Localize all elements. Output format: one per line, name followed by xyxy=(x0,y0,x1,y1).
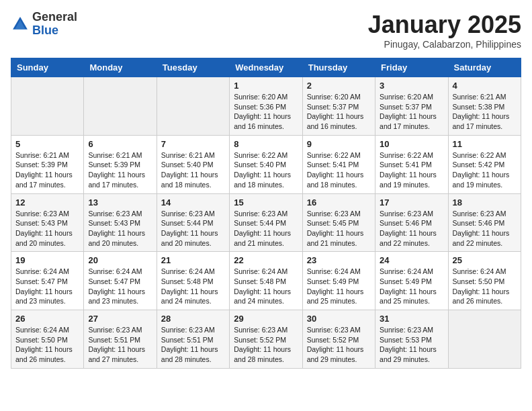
calendar-cell: 1Sunrise: 6:20 AM Sunset: 5:36 PM Daylig… xyxy=(230,77,302,136)
day-number: 25 xyxy=(453,255,517,265)
day-info: Sunrise: 6:24 AM Sunset: 5:49 PM Dayligh… xyxy=(380,267,443,306)
calendar-cell: 9Sunrise: 6:22 AM Sunset: 5:41 PM Daylig… xyxy=(302,135,375,193)
day-number: 27 xyxy=(88,314,152,324)
day-info: Sunrise: 6:21 AM Sunset: 5:40 PM Dayligh… xyxy=(161,150,225,190)
day-info: Sunrise: 6:21 AM Sunset: 5:39 PM Dayligh… xyxy=(15,150,79,190)
day-number: 31 xyxy=(380,314,443,324)
day-info: Sunrise: 6:23 AM Sunset: 5:44 PM Dayligh… xyxy=(234,209,298,248)
day-info: Sunrise: 6:22 AM Sunset: 5:40 PM Dayligh… xyxy=(234,150,298,190)
logo-blue-text: Blue xyxy=(32,24,58,37)
day-number: 30 xyxy=(307,314,371,324)
weekday-header-row: SundayMondayTuesdayWednesdayThursdayFrid… xyxy=(11,58,521,77)
day-info: Sunrise: 6:20 AM Sunset: 5:37 PM Dayligh… xyxy=(380,92,443,132)
day-info: Sunrise: 6:24 AM Sunset: 5:49 PM Dayligh… xyxy=(307,267,371,306)
weekday-header-thursday: Thursday xyxy=(302,58,375,77)
day-number: 7 xyxy=(161,139,225,149)
weekday-header-sunday: Sunday xyxy=(11,58,84,77)
calendar-week-row: 12Sunrise: 6:23 AM Sunset: 5:43 PM Dayli… xyxy=(11,193,521,252)
logo-general-text: General xyxy=(32,10,77,24)
weekday-header-monday: Monday xyxy=(84,58,157,77)
day-info: Sunrise: 6:23 AM Sunset: 5:51 PM Dayligh… xyxy=(161,325,225,365)
day-number: 5 xyxy=(15,139,79,149)
calendar-cell: 18Sunrise: 6:23 AM Sunset: 5:46 PM Dayli… xyxy=(448,193,521,252)
day-info: Sunrise: 6:24 AM Sunset: 5:50 PM Dayligh… xyxy=(15,325,79,365)
day-info: Sunrise: 6:23 AM Sunset: 5:51 PM Dayligh… xyxy=(88,325,152,365)
calendar-cell xyxy=(157,77,229,136)
day-number: 9 xyxy=(307,139,371,149)
calendar-cell xyxy=(11,77,84,136)
calendar-cell: 6Sunrise: 6:21 AM Sunset: 5:39 PM Daylig… xyxy=(84,135,157,193)
logo-icon xyxy=(11,15,30,34)
day-number: 3 xyxy=(380,81,443,91)
calendar-cell: 19Sunrise: 6:24 AM Sunset: 5:47 PM Dayli… xyxy=(11,252,84,310)
day-info: Sunrise: 6:22 AM Sunset: 5:42 PM Dayligh… xyxy=(453,150,517,190)
calendar-week-row: 1Sunrise: 6:20 AM Sunset: 5:36 PM Daylig… xyxy=(11,77,521,136)
day-number: 4 xyxy=(453,81,517,91)
calendar-cell: 24Sunrise: 6:24 AM Sunset: 5:49 PM Dayli… xyxy=(375,252,448,310)
calendar-cell: 8Sunrise: 6:22 AM Sunset: 5:40 PM Daylig… xyxy=(230,135,302,193)
day-number: 8 xyxy=(234,139,298,149)
day-info: Sunrise: 6:21 AM Sunset: 5:39 PM Dayligh… xyxy=(88,150,152,190)
calendar-cell: 21Sunrise: 6:24 AM Sunset: 5:48 PM Dayli… xyxy=(157,252,229,310)
day-number: 1 xyxy=(234,81,298,91)
day-info: Sunrise: 6:23 AM Sunset: 5:43 PM Dayligh… xyxy=(15,209,79,248)
calendar-week-row: 19Sunrise: 6:24 AM Sunset: 5:47 PM Dayli… xyxy=(11,252,521,310)
calendar-table: SundayMondayTuesdayWednesdayThursdayFrid… xyxy=(11,58,521,369)
day-number: 28 xyxy=(161,314,225,324)
calendar-cell: 20Sunrise: 6:24 AM Sunset: 5:47 PM Dayli… xyxy=(84,252,157,310)
weekday-header-friday: Friday xyxy=(375,58,448,77)
calendar-cell: 22Sunrise: 6:24 AM Sunset: 5:48 PM Dayli… xyxy=(230,252,302,310)
logo: General Blue xyxy=(11,11,77,38)
day-info: Sunrise: 6:23 AM Sunset: 5:44 PM Dayligh… xyxy=(161,209,225,248)
day-info: Sunrise: 6:22 AM Sunset: 5:41 PM Dayligh… xyxy=(380,150,443,190)
day-info: Sunrise: 6:20 AM Sunset: 5:36 PM Dayligh… xyxy=(234,92,298,132)
calendar-cell: 14Sunrise: 6:23 AM Sunset: 5:44 PM Dayli… xyxy=(157,193,229,252)
day-info: Sunrise: 6:23 AM Sunset: 5:46 PM Dayligh… xyxy=(453,209,517,248)
weekday-header-wednesday: Wednesday xyxy=(230,58,302,77)
day-info: Sunrise: 6:23 AM Sunset: 5:53 PM Dayligh… xyxy=(380,325,443,365)
calendar-cell: 23Sunrise: 6:24 AM Sunset: 5:49 PM Dayli… xyxy=(302,252,375,310)
day-number: 17 xyxy=(380,197,443,208)
day-info: Sunrise: 6:23 AM Sunset: 5:52 PM Dayligh… xyxy=(307,325,371,365)
day-info: Sunrise: 6:20 AM Sunset: 5:37 PM Dayligh… xyxy=(307,92,371,132)
calendar-cell: 15Sunrise: 6:23 AM Sunset: 5:44 PM Dayli… xyxy=(230,193,302,252)
day-info: Sunrise: 6:24 AM Sunset: 5:47 PM Dayligh… xyxy=(88,267,152,306)
calendar-cell: 17Sunrise: 6:23 AM Sunset: 5:46 PM Dayli… xyxy=(375,193,448,252)
day-number: 14 xyxy=(161,197,225,208)
calendar-cell: 3Sunrise: 6:20 AM Sunset: 5:37 PM Daylig… xyxy=(375,77,448,136)
day-number: 19 xyxy=(15,255,79,265)
page-header: General Blue January 2025 Pinugay, Calab… xyxy=(11,11,521,50)
day-info: Sunrise: 6:24 AM Sunset: 5:50 PM Dayligh… xyxy=(453,267,517,306)
calendar-cell: 28Sunrise: 6:23 AM Sunset: 5:51 PM Dayli… xyxy=(157,310,229,369)
day-info: Sunrise: 6:24 AM Sunset: 5:47 PM Dayligh… xyxy=(15,267,79,306)
day-number: 20 xyxy=(88,255,152,265)
calendar-cell xyxy=(84,77,157,136)
day-number: 13 xyxy=(88,197,152,208)
day-number: 26 xyxy=(15,314,79,324)
day-number: 12 xyxy=(15,197,79,208)
weekday-header-saturday: Saturday xyxy=(448,58,521,77)
calendar-cell: 12Sunrise: 6:23 AM Sunset: 5:43 PM Dayli… xyxy=(11,193,84,252)
calendar-cell: 29Sunrise: 6:23 AM Sunset: 5:52 PM Dayli… xyxy=(230,310,302,369)
calendar-week-row: 5Sunrise: 6:21 AM Sunset: 5:39 PM Daylig… xyxy=(11,135,521,193)
calendar-cell: 10Sunrise: 6:22 AM Sunset: 5:41 PM Dayli… xyxy=(375,135,448,193)
calendar-cell: 27Sunrise: 6:23 AM Sunset: 5:51 PM Dayli… xyxy=(84,310,157,369)
calendar-cell: 5Sunrise: 6:21 AM Sunset: 5:39 PM Daylig… xyxy=(11,135,84,193)
day-number: 6 xyxy=(88,139,152,149)
calendar-cell: 13Sunrise: 6:23 AM Sunset: 5:43 PM Dayli… xyxy=(84,193,157,252)
day-info: Sunrise: 6:23 AM Sunset: 5:45 PM Dayligh… xyxy=(307,209,371,248)
day-info: Sunrise: 6:23 AM Sunset: 5:46 PM Dayligh… xyxy=(380,209,443,248)
day-info: Sunrise: 6:21 AM Sunset: 5:38 PM Dayligh… xyxy=(453,92,517,132)
day-number: 10 xyxy=(380,139,443,149)
weekday-header-tuesday: Tuesday xyxy=(157,58,229,77)
day-number: 29 xyxy=(234,314,298,324)
day-number: 2 xyxy=(307,81,371,91)
day-number: 24 xyxy=(380,255,443,265)
calendar-cell: 16Sunrise: 6:23 AM Sunset: 5:45 PM Dayli… xyxy=(302,193,375,252)
calendar-cell: 11Sunrise: 6:22 AM Sunset: 5:42 PM Dayli… xyxy=(448,135,521,193)
calendar-week-row: 26Sunrise: 6:24 AM Sunset: 5:50 PM Dayli… xyxy=(11,310,521,369)
day-info: Sunrise: 6:22 AM Sunset: 5:41 PM Dayligh… xyxy=(307,150,371,190)
calendar-cell: 30Sunrise: 6:23 AM Sunset: 5:52 PM Dayli… xyxy=(302,310,375,369)
title-block: January 2025 Pinugay, Calabarzon, Philip… xyxy=(368,11,521,50)
day-number: 15 xyxy=(234,197,298,208)
